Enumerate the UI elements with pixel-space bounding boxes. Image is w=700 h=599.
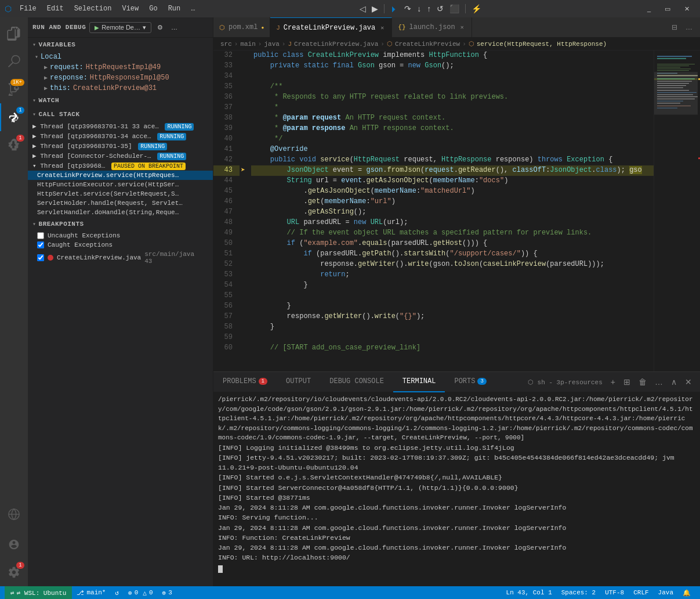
- tab-createlink-java[interactable]: J CreateLinkPreview.java ✕: [270, 17, 392, 38]
- activity-remote[interactable]: [0, 500, 28, 528]
- nav-forward-btn[interactable]: ▶: [369, 3, 380, 15]
- bc-src[interactable]: src: [220, 41, 232, 48]
- tab-more-btn[interactable]: …: [683, 22, 695, 33]
- debug-extra-btn[interactable]: ⚡: [469, 3, 484, 15]
- activity-run-debug[interactable]: 1: [0, 103, 28, 131]
- status-branch[interactable]: ⎇ main*: [72, 586, 110, 599]
- var-request[interactable]: ▶ request: HttpRequestImpl@49: [42, 62, 208, 73]
- terminal-content[interactable]: /pierrick/.m2/repository/io/cloudevents/…: [213, 392, 700, 586]
- variables-header[interactable]: ▾ VARIABLES: [28, 38, 213, 52]
- split-editor-btn[interactable]: ⊟: [669, 22, 680, 33]
- bp-caught-checkbox[interactable]: [37, 241, 44, 248]
- status-notifications[interactable]: 🔔: [678, 586, 695, 599]
- local-scope[interactable]: ▾ Local: [32, 52, 208, 62]
- activity-settings[interactable]: 1: [0, 558, 28, 586]
- frame-4[interactable]: ServletHandler.doHandle(String,Reque…: [28, 208, 213, 217]
- bc-class[interactable]: CreateLinkPreview: [395, 41, 460, 48]
- bc-java[interactable]: java: [264, 41, 279, 48]
- menu-go[interactable]: Go: [144, 3, 162, 14]
- thread-1[interactable]: ▶ Thread [qtp399683701-31 33 ace… RUNNIN…: [28, 121, 213, 131]
- terminal-label: TERMINAL: [402, 377, 436, 385]
- bp-uncaught[interactable]: Uncaught Exceptions: [28, 231, 213, 240]
- tab-terminal[interactable]: TERMINAL: [393, 372, 445, 392]
- panel-more-btn[interactable]: …: [651, 376, 666, 388]
- bp-file[interactable]: CreateLinkPreview.java src/main/java 43: [28, 250, 213, 266]
- code-scroll[interactable]: 32 public class CreateLinkPreview implem…: [213, 50, 654, 371]
- spaces-label: Spaces: 2: [561, 589, 596, 596]
- tab-output[interactable]: OUTPUT: [277, 372, 320, 392]
- bc-method[interactable]: service(HttpRequest, HttpResponse): [477, 41, 607, 48]
- status-remote[interactable]: ⇌ ⇌ WSL: Ubuntu: [5, 586, 72, 599]
- activity-extensions[interactable]: 1: [0, 131, 28, 159]
- watch-header[interactable]: ▾ WATCH: [28, 93, 213, 107]
- menu-file[interactable]: File: [15, 3, 41, 14]
- menu-more[interactable]: …: [186, 3, 200, 14]
- var-response[interactable]: ▶ response: HttpResponseImpl@50: [42, 73, 208, 83]
- status-language[interactable]: Java: [654, 586, 678, 599]
- debug-more-btn[interactable]: …: [169, 23, 180, 32]
- tab-launch-json[interactable]: {} launch.json ✕: [392, 17, 471, 38]
- debug-step-over-btn[interactable]: ↷: [402, 3, 414, 15]
- activity-source-control[interactable]: 1K+: [0, 75, 28, 103]
- nav-back-btn[interactable]: ◁: [357, 3, 368, 15]
- tab-actions: ⊟ …: [669, 22, 700, 33]
- menu-edit[interactable]: Edit: [42, 3, 68, 14]
- bc-main[interactable]: main: [240, 41, 255, 48]
- error-count: 0: [135, 589, 139, 596]
- debug-run-button[interactable]: ▶ Remote De… ▾: [89, 22, 151, 33]
- thread-4[interactable]: ▶ Thread [Connector-Scheduler-… RUNNING: [28, 151, 213, 161]
- var-this[interactable]: ▶ this: CreateLinkPreview@31: [42, 83, 208, 93]
- thread-5[interactable]: ▾ Thread [qtp39968… PAUSED ON BREAKPOINT: [28, 161, 213, 171]
- status-sync[interactable]: ↺: [110, 586, 124, 599]
- activity-search[interactable]: [0, 48, 28, 75]
- panel-maximize-btn[interactable]: ∧: [668, 376, 680, 388]
- status-cursor[interactable]: Ln 43, Col 1: [502, 586, 557, 599]
- frame-1[interactable]: HttpFunctionExecutor.service(HttpSer…: [28, 180, 213, 189]
- status-spaces[interactable]: Spaces: 2: [557, 586, 600, 599]
- thread-3[interactable]: ▶ Thread [qtp399683701-35] RUNNING: [28, 141, 213, 151]
- maximize-btn[interactable]: ▭: [659, 3, 676, 15]
- debug-restart-btn[interactable]: ↺: [434, 3, 446, 15]
- bp-file-checkbox[interactable]: [37, 254, 44, 261]
- menu-view[interactable]: View: [117, 3, 143, 14]
- menu-run[interactable]: Run: [164, 3, 186, 14]
- bc-filename[interactable]: CreateLinkPreview.java: [294, 41, 378, 48]
- code-line-41: 41 @Override: [213, 145, 654, 155]
- callstack-header[interactable]: ▾ CALL STACK: [28, 107, 213, 121]
- panel-split-btn[interactable]: ⊞: [620, 376, 634, 388]
- problems-label: PROBLEMS: [223, 377, 256, 385]
- bp-uncaught-checkbox[interactable]: [37, 232, 44, 239]
- tab-debug-console[interactable]: DEBUG CONSOLE: [320, 372, 393, 392]
- line-ending-label: CRLF: [633, 589, 648, 596]
- debug-step-into-btn[interactable]: ↓: [415, 3, 423, 15]
- close-btn[interactable]: ✕: [679, 3, 695, 15]
- tab-pom-xml[interactable]: ⬡ pom.xml ●: [213, 17, 270, 38]
- panel-close-btn[interactable]: ✕: [681, 376, 695, 388]
- tab-ports[interactable]: PORTS 3: [445, 372, 495, 392]
- status-ports[interactable]: ⊕ 3: [158, 586, 177, 599]
- status-encoding[interactable]: UTF-8: [600, 586, 629, 599]
- code-content: 32 public class CreateLinkPreview implem…: [213, 50, 654, 353]
- debug-step-out-btn[interactable]: ↑: [425, 3, 433, 15]
- menu-selection[interactable]: Selection: [70, 3, 117, 14]
- activity-account[interactable]: [0, 531, 28, 558]
- tab-java-close[interactable]: ✕: [379, 24, 386, 32]
- thread-2[interactable]: ▶ Thread [qtp399683701-34 acce… RUNNING: [28, 131, 213, 141]
- minimize-btn[interactable]: _: [641, 3, 657, 15]
- tab-json-close[interactable]: ✕: [459, 23, 466, 31]
- debug-continue-btn[interactable]: ⏵: [388, 3, 401, 15]
- panel-trash-btn[interactable]: 🗑: [635, 376, 650, 388]
- frame-0[interactable]: CreateLinkPreview.service(HttpReques…: [28, 171, 213, 180]
- debug-config-btn[interactable]: ⚙: [155, 23, 165, 33]
- panel-add-btn[interactable]: +: [607, 376, 619, 388]
- status-errors[interactable]: ⊗ 0 △ 0: [124, 586, 157, 599]
- status-remote-label: ⇌ WSL: Ubuntu: [17, 589, 67, 597]
- activity-explorer[interactable]: [0, 20, 28, 48]
- debug-disconnect-btn[interactable]: ⬛: [447, 3, 462, 15]
- frame-2[interactable]: HttpServlet.service(ServletRequest,S…: [28, 189, 213, 199]
- breakpoints-header[interactable]: ▾ BREAKPOINTS: [28, 217, 213, 231]
- tab-problems[interactable]: PROBLEMS 1: [213, 372, 277, 392]
- status-line-ending[interactable]: CRLF: [629, 586, 653, 599]
- frame-3[interactable]: ServletHolder.handle(Request, Servlet…: [28, 199, 213, 208]
- bp-caught[interactable]: Caught Exceptions: [28, 240, 213, 250]
